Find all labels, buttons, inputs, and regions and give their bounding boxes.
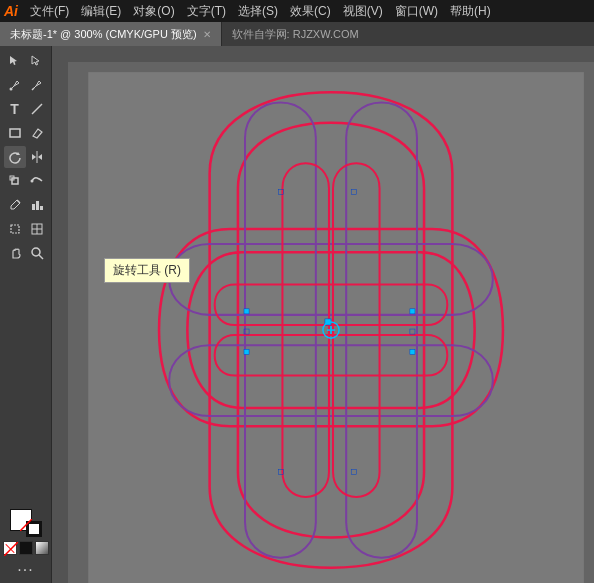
selection-tool[interactable] (4, 50, 26, 72)
tool-row-scale (0, 170, 51, 192)
svg-line-7 (17, 200, 20, 203)
bar-chart-tool[interactable] (26, 194, 48, 216)
svg-rect-9 (36, 201, 39, 210)
artboard-tool[interactable] (4, 218, 26, 240)
tool-row-view (0, 242, 51, 264)
color-row (3, 541, 49, 555)
eyedropper-tool[interactable] (4, 194, 26, 216)
zoom-tool[interactable] (26, 242, 48, 264)
slice-tool[interactable] (26, 218, 48, 240)
svg-point-6 (30, 180, 33, 183)
fill-stroke-icon[interactable] (10, 509, 42, 537)
svg-rect-27 (410, 349, 415, 354)
menu-select[interactable]: 选择(S) (232, 1, 284, 22)
tab-website-label: 软件自学网: RJZXW.COM (232, 27, 359, 42)
svg-point-15 (32, 248, 40, 256)
rotate-tool[interactable] (4, 146, 26, 168)
menu-effect[interactable]: 效果(C) (284, 1, 337, 22)
menu-view[interactable]: 视图(V) (337, 1, 389, 22)
none-swatch[interactable] (3, 541, 17, 555)
menu-edit[interactable]: 编辑(E) (75, 1, 127, 22)
svg-line-17 (20, 519, 32, 531)
svg-point-0 (9, 88, 12, 91)
menu-bar: 文件(F) 编辑(E) 对象(O) 文字(T) 选择(S) 效果(C) 视图(V… (24, 1, 590, 22)
gradient-swatch[interactable] (35, 541, 49, 555)
fill-stroke-area (0, 505, 51, 559)
svg-rect-26 (410, 309, 415, 314)
artwork-canvas[interactable] (68, 62, 594, 583)
menu-file[interactable]: 文件(F) (24, 1, 75, 22)
tab-document-label: 未标题-1* @ 300% (CMYK/GPU 预览) (10, 27, 197, 42)
svg-rect-23 (244, 309, 249, 314)
direct-selection-tool[interactable] (26, 50, 48, 72)
tab-close-icon[interactable]: ✕ (203, 29, 211, 40)
canvas-area[interactable]: 旋转工具 (R) // Will be generated inline bel… (52, 46, 594, 583)
ruler-vertical (52, 46, 68, 583)
rect-tool[interactable] (4, 122, 26, 144)
toolbar: T (0, 46, 52, 583)
black-swatch[interactable] (19, 541, 33, 555)
tool-row-pen (0, 74, 51, 96)
svg-rect-24 (244, 349, 249, 354)
line-tool[interactable] (26, 98, 48, 120)
tool-row-transform (0, 146, 51, 168)
anchor-point-tool[interactable] (26, 74, 48, 96)
type-tool[interactable]: T (4, 98, 26, 120)
svg-rect-10 (40, 206, 43, 210)
svg-rect-8 (32, 204, 35, 210)
tab-bar: 未标题-1* @ 300% (CMYK/GPU 预览) ✕ 软件自学网: RJZ… (0, 22, 594, 46)
svg-line-16 (39, 255, 43, 259)
title-bar: Ai 文件(F) 编辑(E) 对象(O) 文字(T) 选择(S) 效果(C) 视… (0, 0, 594, 22)
app-logo: Ai (4, 3, 18, 19)
svg-line-18 (4, 542, 18, 556)
ruler-horizontal: // Will be generated inline below (52, 46, 594, 62)
svg-rect-11 (11, 225, 19, 233)
svg-rect-4 (12, 178, 18, 184)
main-layout: T (0, 46, 594, 583)
menu-window[interactable]: 窗口(W) (389, 1, 444, 22)
reflect-tool[interactable] (26, 146, 48, 168)
svg-rect-20 (52, 46, 68, 583)
menu-type[interactable]: 文字(T) (181, 1, 232, 22)
svg-rect-21 (88, 72, 584, 583)
menu-object[interactable]: 对象(O) (127, 1, 180, 22)
tool-row-selection (0, 50, 51, 72)
tool-row-artboard (0, 218, 51, 240)
scale-tool[interactable] (4, 170, 26, 192)
tool-row-type: T (0, 98, 51, 120)
warp-tool[interactable] (26, 170, 48, 192)
tool-row-shapes (0, 122, 51, 144)
more-tools[interactable]: ··· (17, 561, 33, 579)
hand-tool[interactable] (4, 242, 26, 264)
eraser-tool[interactable] (26, 122, 48, 144)
tool-row-eyedropper (0, 194, 51, 216)
svg-rect-2 (10, 129, 20, 137)
menu-help[interactable]: 帮助(H) (444, 1, 497, 22)
tab-document[interactable]: 未标题-1* @ 300% (CMYK/GPU 预览) ✕ (0, 22, 222, 46)
tab-website[interactable]: 软件自学网: RJZXW.COM (222, 22, 594, 46)
svg-line-1 (32, 104, 42, 114)
pen-tool[interactable] (4, 74, 26, 96)
svg-rect-19 (52, 46, 594, 62)
